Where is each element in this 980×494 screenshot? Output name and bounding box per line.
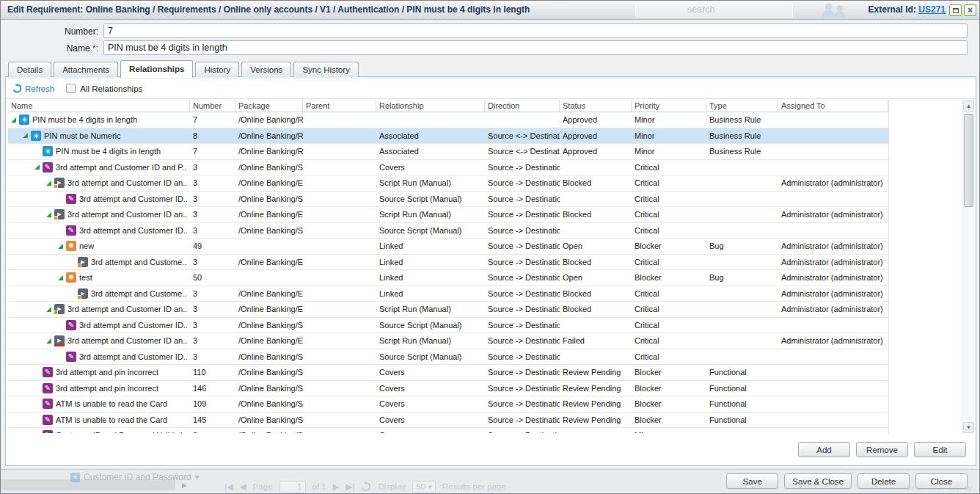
table-row[interactable]: ✎Customer ID and Password Validation3/On… <box>8 428 888 433</box>
tab-versions[interactable]: Versions <box>241 62 291 77</box>
table-row[interactable]: ✹test50LinkedSource -> DestinationOpenBl… <box>8 270 888 286</box>
delete-button[interactable]: Delete <box>858 473 910 489</box>
table-row[interactable]: ▶3rd attempt and Custome...3/Online Bank… <box>8 255 888 271</box>
cell-direction: Source -> Destination <box>485 333 560 349</box>
column-header-name[interactable]: Name <box>8 100 190 112</box>
cell-number: 3 <box>190 333 235 349</box>
refresh-button[interactable]: Refresh <box>12 84 54 93</box>
table-row[interactable]: ✎3rd attempt and pin incorrect146/Online… <box>8 381 888 397</box>
expand-arrow-icon[interactable] <box>46 307 51 312</box>
cell-relationship: Covers <box>376 160 485 175</box>
cell-number: 3 <box>190 286 235 302</box>
table-row[interactable]: ✎3rd attempt and Customer ID...3/Online … <box>8 223 888 239</box>
maximize-button[interactable] <box>949 4 962 16</box>
cell-direction: Source -> Destination <box>485 207 560 222</box>
expand-arrow-icon[interactable] <box>46 212 51 217</box>
cell-parent <box>303 192 376 207</box>
column-header-direction[interactable]: Direction <box>485 100 560 112</box>
cell-assigned <box>778 128 888 144</box>
tab-details[interactable]: Details <box>8 62 51 77</box>
dialog-footer: ▶ ✳ Customer ID and Password ▾ |◀ ◀ Page… <box>1 469 979 493</box>
row-name: Customer ID and Password Validation <box>56 428 187 433</box>
column-header-assigned-to[interactable]: Assigned To <box>778 100 888 112</box>
tab-attachments[interactable]: Attachments <box>54 62 118 77</box>
cell-package: /Online Banking/Scr <box>235 396 303 412</box>
row-name: 3rd attempt and Customer ID... <box>79 318 187 333</box>
cell-direction: Source -> Destination <box>485 365 560 380</box>
cell-status: Blocked <box>560 302 632 317</box>
save-button[interactable]: Save <box>726 473 778 489</box>
tab-history[interactable]: History <box>195 62 239 77</box>
expand-arrow-icon[interactable] <box>58 275 63 280</box>
table-row[interactable]: ✎3rd attempt and Customer ID...3/Online … <box>8 192 888 208</box>
edit-button[interactable]: Edit <box>914 442 966 457</box>
column-header-priority[interactable]: Priority <box>632 100 706 112</box>
expand-arrow-icon[interactable] <box>46 181 51 186</box>
vertical-scrollbar[interactable]: ▲ ▼ <box>962 100 974 434</box>
cell-type: Business Rule <box>706 128 778 144</box>
expand-arrow-icon[interactable] <box>34 164 40 170</box>
column-header-package[interactable]: Package <box>235 100 303 112</box>
select-caret-icon: ▾ <box>428 482 432 491</box>
cell-relationship: Linked <box>376 270 485 286</box>
add-button[interactable]: Add <box>798 442 850 457</box>
table-row[interactable]: ✳PIN must be Numeric8/Online Banking/Rec… <box>8 128 888 145</box>
cell-number: 50 <box>190 270 235 286</box>
save-close-button[interactable]: Save & Close <box>784 473 852 489</box>
titlebar: search Edit Requirement: Online Banking … <box>1 1 979 20</box>
cell-priority: Blocker <box>632 239 706 254</box>
column-header-type[interactable]: Type <box>706 100 778 112</box>
column-header-number[interactable]: Number <box>190 100 235 112</box>
table-row[interactable]: ✎ATM is unable to read the Card109/Onlin… <box>8 396 888 413</box>
cell-status: Failed <box>560 333 632 349</box>
table-row[interactable]: ▶3rd attempt and Customer ID an...3/Onli… <box>8 207 888 223</box>
column-header-relationship[interactable]: Relationship <box>376 100 485 112</box>
expand-arrow-icon[interactable] <box>23 133 28 138</box>
close-button[interactable]: × <box>964 4 976 16</box>
all-relationships-checkbox[interactable] <box>66 84 76 93</box>
table-row[interactable]: ✎3rd attempt and Customer ID...3/Online … <box>8 349 888 366</box>
grid-header: NameNumberPackageParentRelationshipDirec… <box>8 100 888 112</box>
grid-toolbar: Refresh All Relationships <box>7 79 975 99</box>
table-row[interactable]: ✳PIN must be 4 digits in length7/Online … <box>8 144 888 160</box>
script-icon: ✎ <box>66 194 76 204</box>
cell-priority: Critical <box>632 333 706 349</box>
cell-priority: Minor <box>632 112 706 128</box>
name-field[interactable] <box>103 40 968 55</box>
next-page-icon: ▶ <box>333 482 340 492</box>
scrollbar-thumb[interactable] <box>964 114 973 207</box>
scroll-up-icon[interactable]: ▲ <box>963 101 974 112</box>
run-badge <box>77 264 81 268</box>
table-row[interactable]: ✹new49LinkedSource -> DestinationOpenBlo… <box>8 239 888 255</box>
column-header-status[interactable]: Status <box>560 100 632 112</box>
table-row[interactable]: ▶3rd attempt and Customer ID an...3/Onli… <box>8 175 888 192</box>
expand-arrow-icon[interactable] <box>58 244 63 249</box>
cell-status <box>560 318 632 333</box>
cell-number: 109 <box>190 396 235 412</box>
table-row[interactable]: ▶3rd attempt and Customer ID an...3/Onli… <box>8 333 888 349</box>
expand-arrow-icon[interactable] <box>46 338 51 344</box>
tab-sync-history[interactable]: Sync History <box>293 62 359 77</box>
table-row[interactable]: ✎3rd attempt and pin incorrect110/Online… <box>8 365 888 381</box>
script-icon: ✎ <box>66 352 76 362</box>
refresh-label: Refresh <box>25 84 54 93</box>
table-row[interactable]: ✎3rd attempt and Customer ID and P...3/O… <box>8 160 888 176</box>
scroll-down-icon[interactable]: ▼ <box>963 422 974 433</box>
cell-parent <box>303 302 376 317</box>
external-id-link[interactable]: US271 <box>918 4 946 15</box>
expand-arrow-icon[interactable] <box>11 117 16 123</box>
run-icon: ▶ <box>54 178 65 188</box>
table-row[interactable]: ✳PIN must be 4 digits in length7/Online … <box>8 112 888 128</box>
table-row[interactable]: ✎ATM is unable to read the Card145/Onlin… <box>8 413 888 429</box>
table-row[interactable]: ✎3rd attempt and Customer ID...3/Online … <box>8 318 888 334</box>
number-field[interactable] <box>103 23 968 38</box>
column-header-parent[interactable]: Parent <box>303 100 376 112</box>
table-row[interactable]: ▶3rd attempt and Customer ID an...3/Onli… <box>8 302 888 318</box>
cell-parent <box>303 223 376 239</box>
tab-relationships[interactable]: Relationships <box>120 60 193 78</box>
close-button[interactable]: Close <box>915 473 968 489</box>
background-requirement-selector: ✳ Customer ID and Password ▾ <box>70 472 200 482</box>
table-row[interactable]: ▶3rd attempt and Custome...3/Online Bank… <box>8 286 888 302</box>
remove-button[interactable]: Remove <box>856 442 908 457</box>
cell-status <box>560 223 632 239</box>
